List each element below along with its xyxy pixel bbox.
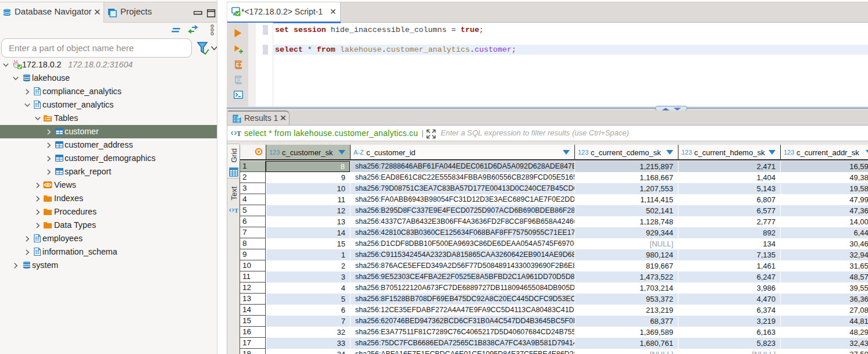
svg-text:T: T xyxy=(237,130,241,138)
svg-text:T: T xyxy=(234,208,238,214)
